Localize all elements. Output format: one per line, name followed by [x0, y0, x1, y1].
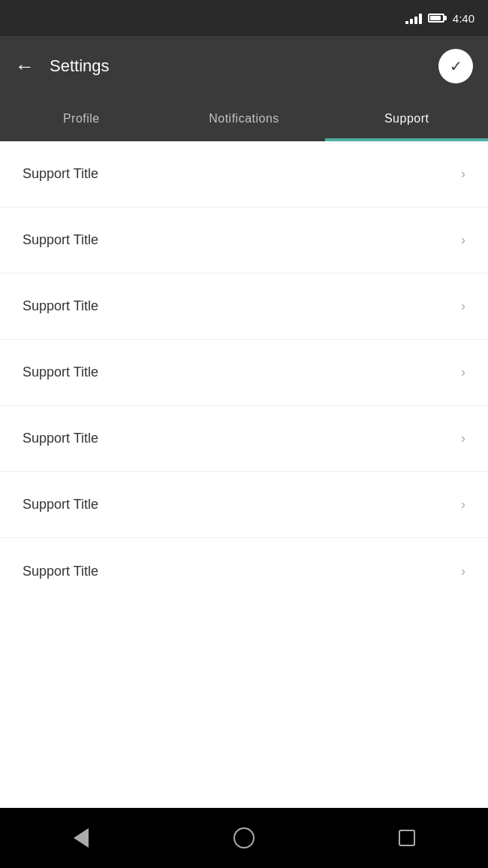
- chevron-right-icon: ›: [461, 364, 465, 380]
- app-bar-title: Settings: [50, 56, 110, 76]
- check-button[interactable]: ✓: [438, 49, 473, 83]
- chevron-right-icon: ›: [461, 298, 465, 314]
- list-item[interactable]: Support Title ›: [0, 274, 488, 340]
- nav-back-button[interactable]: [59, 815, 104, 860]
- list-item[interactable]: Support Title ›: [0, 406, 488, 472]
- chevron-right-icon: ›: [461, 497, 465, 513]
- status-icons: 4:40: [405, 12, 474, 25]
- list-item[interactable]: Support Title ›: [0, 472, 488, 538]
- nav-recents-icon: [399, 830, 415, 846]
- app-bar-left: ← Settings: [15, 56, 110, 76]
- check-icon: ✓: [450, 59, 462, 74]
- list-item[interactable]: Support Title ›: [0, 207, 488, 274]
- chevron-right-icon: ›: [461, 431, 465, 446]
- nav-home-icon: [233, 827, 255, 848]
- nav-back-icon: [74, 828, 89, 848]
- signal-icon: [405, 12, 422, 24]
- chevron-right-icon: ›: [461, 232, 465, 248]
- app-bar: ← Settings ✓: [0, 36, 488, 96]
- list-item[interactable]: Support Title ›: [0, 141, 488, 207]
- tab-notifications[interactable]: Notifications: [163, 96, 326, 141]
- list-item[interactable]: Support Title ›: [0, 340, 488, 406]
- tab-support[interactable]: Support: [325, 96, 488, 141]
- status-time: 4:40: [453, 12, 474, 25]
- nav-home-button[interactable]: [221, 815, 267, 860]
- status-bar: 4:40: [0, 0, 488, 36]
- battery-icon: [428, 14, 444, 23]
- back-button[interactable]: ←: [15, 56, 35, 76]
- tab-profile[interactable]: Profile: [0, 96, 163, 141]
- nav-bar: [0, 808, 488, 868]
- content-area: Support Title › Support Title › Support …: [0, 141, 488, 808]
- nav-recents-button[interactable]: [384, 815, 429, 860]
- tabs-container: Profile Notifications Support: [0, 96, 488, 141]
- chevron-right-icon: ›: [461, 166, 465, 182]
- chevron-right-icon: ›: [461, 564, 465, 579]
- list-item[interactable]: Support Title ›: [0, 538, 488, 604]
